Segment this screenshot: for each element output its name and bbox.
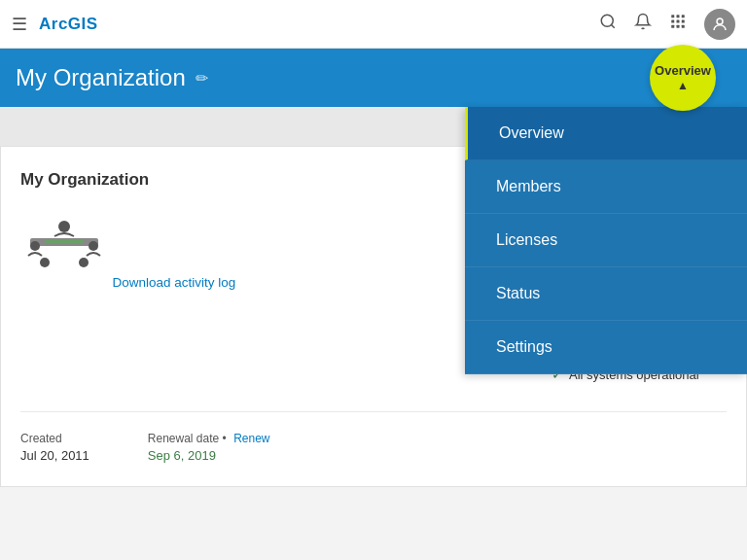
menu-item-members-label: Members: [496, 178, 561, 195]
bell-icon[interactable]: [634, 13, 652, 35]
menu-item-settings[interactable]: Settings: [465, 321, 747, 374]
menu-item-licenses[interactable]: Licenses: [465, 214, 747, 267]
card-left: Download activity log: [20, 209, 532, 382]
svg-rect-8: [671, 25, 674, 28]
menu-item-status-label: Status: [496, 285, 540, 302]
dropdown-menu: Overview Members Licenses Status Setting…: [465, 107, 747, 374]
search-icon[interactable]: [599, 13, 617, 35]
renewal-bottom-value: Sep 6, 2019: [148, 448, 270, 463]
svg-point-15: [89, 241, 98, 251]
org-title-text: My Organization: [16, 64, 186, 91]
download-activity-link[interactable]: Download activity log: [112, 275, 235, 290]
menu-item-overview-label: Overview: [499, 124, 564, 142]
overview-chevron-icon: ▲: [677, 79, 689, 92]
svg-point-0: [601, 15, 613, 26]
svg-rect-4: [682, 15, 685, 18]
avatar[interactable]: [704, 9, 735, 40]
created-label: Created: [20, 432, 89, 445]
created-block: Created Jul 20, 2011: [20, 432, 89, 463]
overview-btn-label: Overview: [655, 63, 711, 78]
svg-point-17: [79, 258, 89, 267]
org-icon: [20, 209, 108, 277]
menu-item-status[interactable]: Status: [465, 267, 747, 321]
menu-item-licenses-label: Licenses: [496, 231, 557, 249]
arcgis-logo: ArcGIS: [39, 15, 98, 34]
svg-rect-10: [682, 25, 685, 28]
menu-item-settings-label: Settings: [496, 338, 552, 356]
grid-icon[interactable]: [669, 13, 687, 35]
svg-point-13: [58, 221, 70, 232]
svg-rect-3: [677, 15, 680, 18]
navbar: ☰ ArcGIS: [0, 0, 747, 49]
hamburger-icon[interactable]: ☰: [12, 14, 27, 35]
svg-point-16: [40, 258, 50, 267]
renew-link[interactable]: Renew: [233, 432, 269, 445]
created-value: Jul 20, 2011: [20, 448, 89, 463]
navbar-right: [599, 9, 735, 40]
svg-rect-7: [682, 20, 685, 23]
svg-rect-18: [45, 240, 84, 244]
navbar-left: ☰ ArcGIS: [12, 14, 98, 35]
renewal-bottom-label: Renewal date • Renew: [148, 432, 270, 445]
menu-item-members[interactable]: Members: [465, 160, 747, 214]
menu-item-overview[interactable]: Overview: [465, 107, 747, 160]
renewal-bottom-block: Renewal date • Renew Sep 6, 2019: [148, 432, 270, 463]
dot-separator: •: [223, 432, 227, 445]
org-title: My Organization ✏: [16, 64, 208, 91]
svg-rect-9: [677, 25, 680, 28]
main-area: My Organization: [0, 107, 747, 560]
svg-rect-2: [671, 15, 674, 18]
svg-rect-6: [677, 20, 680, 23]
svg-point-14: [30, 241, 40, 251]
svg-rect-5: [671, 20, 674, 23]
org-header: My Organization ✏ Overview ▲: [0, 49, 747, 107]
bottom-section: Created Jul 20, 2011 Renewal date • Rene…: [20, 411, 727, 463]
svg-line-1: [611, 24, 614, 27]
svg-point-11: [717, 18, 723, 24]
overview-button[interactable]: Overview ▲: [650, 45, 716, 111]
edit-icon[interactable]: ✏: [196, 69, 208, 88]
